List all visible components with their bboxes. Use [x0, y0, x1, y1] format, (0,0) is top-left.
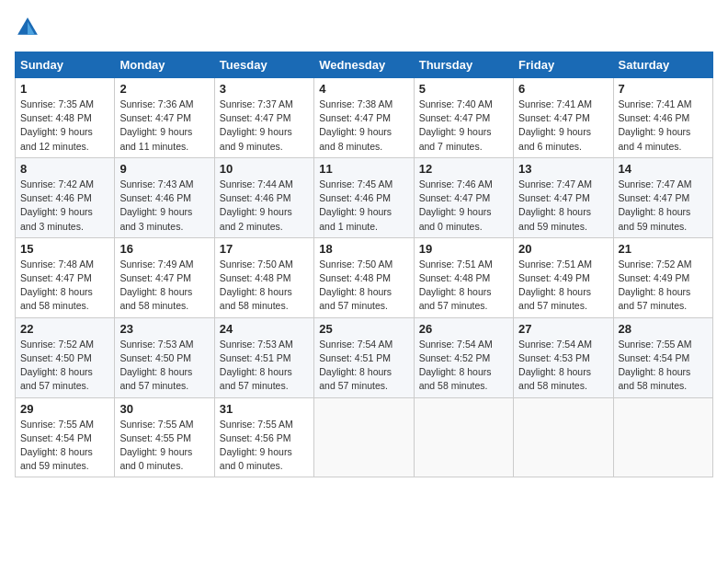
- day-info: Sunrise: 7:53 AM Sunset: 4:50 PM Dayligh…: [119, 338, 209, 394]
- week-row-3: 15Sunrise: 7:48 AM Sunset: 4:47 PM Dayli…: [16, 237, 713, 317]
- day-info: Sunrise: 7:40 AM Sunset: 4:47 PM Dayligh…: [419, 98, 508, 154]
- day-number: 17: [220, 242, 309, 256]
- calendar-cell: 24Sunrise: 7:53 AM Sunset: 4:51 PM Dayli…: [214, 317, 313, 397]
- day-info: Sunrise: 7:46 AM Sunset: 4:47 PM Dayligh…: [419, 178, 508, 234]
- day-info: Sunrise: 7:49 AM Sunset: 4:47 PM Dayligh…: [119, 258, 209, 314]
- day-number: 1: [20, 82, 109, 96]
- calendar-cell: 14Sunrise: 7:47 AM Sunset: 4:47 PM Dayli…: [613, 157, 712, 237]
- day-info: Sunrise: 7:48 AM Sunset: 4:47 PM Dayligh…: [20, 258, 109, 314]
- day-number: 5: [419, 82, 508, 96]
- calendar-cell: 23Sunrise: 7:53 AM Sunset: 4:50 PM Dayli…: [115, 317, 214, 397]
- calendar-table: SundayMondayTuesdayWednesdayThursdayFrid…: [15, 52, 713, 477]
- days-of-week-header: SundayMondayTuesdayWednesdayThursdayFrid…: [16, 52, 713, 78]
- dow-tuesday: Tuesday: [214, 52, 313, 78]
- day-info: Sunrise: 7:44 AM Sunset: 4:46 PM Dayligh…: [220, 178, 309, 234]
- calendar-cell: [613, 397, 712, 477]
- day-info: Sunrise: 7:55 AM Sunset: 4:56 PM Dayligh…: [220, 418, 309, 474]
- day-info: Sunrise: 7:54 AM Sunset: 4:52 PM Dayligh…: [419, 338, 508, 394]
- calendar-cell: 18Sunrise: 7:50 AM Sunset: 4:48 PM Dayli…: [314, 237, 414, 317]
- day-info: Sunrise: 7:52 AM Sunset: 4:49 PM Dayligh…: [619, 258, 708, 314]
- calendar-cell: [414, 397, 513, 477]
- calendar-cell: 28Sunrise: 7:55 AM Sunset: 4:54 PM Dayli…: [613, 317, 712, 397]
- calendar-cell: 6Sunrise: 7:41 AM Sunset: 4:47 PM Daylig…: [514, 78, 613, 158]
- day-number: 11: [319, 162, 408, 176]
- calendar-cell: [514, 397, 613, 477]
- week-row-4: 22Sunrise: 7:52 AM Sunset: 4:50 PM Dayli…: [16, 317, 713, 397]
- day-number: 10: [220, 162, 309, 176]
- day-number: 4: [319, 82, 408, 96]
- week-row-1: 1Sunrise: 7:35 AM Sunset: 4:48 PM Daylig…: [16, 78, 713, 158]
- day-info: Sunrise: 7:41 AM Sunset: 4:46 PM Dayligh…: [619, 98, 708, 154]
- calendar-cell: 9Sunrise: 7:43 AM Sunset: 4:46 PM Daylig…: [115, 157, 214, 237]
- calendar-cell: 11Sunrise: 7:45 AM Sunset: 4:46 PM Dayli…: [314, 157, 414, 237]
- day-number: 29: [20, 402, 109, 416]
- day-number: 21: [619, 242, 708, 256]
- logo: [15, 15, 44, 40]
- day-number: 14: [619, 162, 708, 176]
- calendar-cell: 27Sunrise: 7:54 AM Sunset: 4:53 PM Dayli…: [514, 317, 613, 397]
- day-info: Sunrise: 7:50 AM Sunset: 4:48 PM Dayligh…: [220, 258, 309, 314]
- calendar-cell: 29Sunrise: 7:55 AM Sunset: 4:54 PM Dayli…: [16, 397, 115, 477]
- calendar-cell: 20Sunrise: 7:51 AM Sunset: 4:49 PM Dayli…: [514, 237, 613, 317]
- calendar-cell: 17Sunrise: 7:50 AM Sunset: 4:48 PM Dayli…: [214, 237, 313, 317]
- calendar-cell: 3Sunrise: 7:37 AM Sunset: 4:47 PM Daylig…: [214, 78, 313, 158]
- day-number: 22: [20, 322, 109, 336]
- day-info: Sunrise: 7:51 AM Sunset: 4:48 PM Dayligh…: [419, 258, 508, 314]
- day-number: 24: [220, 322, 309, 336]
- calendar-cell: 1Sunrise: 7:35 AM Sunset: 4:48 PM Daylig…: [16, 78, 115, 158]
- day-number: 31: [220, 402, 309, 416]
- dow-monday: Monday: [115, 52, 214, 78]
- calendar-cell: 22Sunrise: 7:52 AM Sunset: 4:50 PM Dayli…: [16, 317, 115, 397]
- day-info: Sunrise: 7:53 AM Sunset: 4:51 PM Dayligh…: [220, 338, 309, 394]
- day-info: Sunrise: 7:50 AM Sunset: 4:48 PM Dayligh…: [319, 258, 408, 314]
- day-number: 15: [20, 242, 109, 256]
- day-info: Sunrise: 7:41 AM Sunset: 4:47 PM Dayligh…: [518, 98, 608, 154]
- calendar-cell: 5Sunrise: 7:40 AM Sunset: 4:47 PM Daylig…: [414, 78, 513, 158]
- calendar-body: 1Sunrise: 7:35 AM Sunset: 4:48 PM Daylig…: [16, 78, 713, 477]
- day-info: Sunrise: 7:35 AM Sunset: 4:48 PM Dayligh…: [20, 98, 109, 154]
- calendar-cell: [314, 397, 414, 477]
- day-number: 16: [119, 242, 209, 256]
- week-row-2: 8Sunrise: 7:42 AM Sunset: 4:46 PM Daylig…: [16, 157, 713, 237]
- day-number: 2: [119, 82, 209, 96]
- day-info: Sunrise: 7:54 AM Sunset: 4:51 PM Dayligh…: [319, 338, 408, 394]
- day-info: Sunrise: 7:55 AM Sunset: 4:54 PM Dayligh…: [20, 418, 109, 474]
- calendar-cell: 30Sunrise: 7:55 AM Sunset: 4:55 PM Dayli…: [115, 397, 214, 477]
- calendar-cell: 10Sunrise: 7:44 AM Sunset: 4:46 PM Dayli…: [214, 157, 313, 237]
- day-info: Sunrise: 7:38 AM Sunset: 4:47 PM Dayligh…: [319, 98, 408, 154]
- day-number: 12: [419, 162, 508, 176]
- calendar-cell: 8Sunrise: 7:42 AM Sunset: 4:46 PM Daylig…: [16, 157, 115, 237]
- day-number: 20: [518, 242, 608, 256]
- dow-friday: Friday: [514, 52, 613, 78]
- dow-thursday: Thursday: [414, 52, 513, 78]
- logo-icon: [15, 15, 40, 40]
- day-info: Sunrise: 7:47 AM Sunset: 4:47 PM Dayligh…: [518, 178, 608, 234]
- day-info: Sunrise: 7:36 AM Sunset: 4:47 PM Dayligh…: [119, 98, 209, 154]
- day-number: 18: [319, 242, 408, 256]
- day-number: 9: [119, 162, 209, 176]
- calendar-cell: 25Sunrise: 7:54 AM Sunset: 4:51 PM Dayli…: [314, 317, 414, 397]
- day-info: Sunrise: 7:45 AM Sunset: 4:46 PM Dayligh…: [319, 178, 408, 234]
- day-info: Sunrise: 7:43 AM Sunset: 4:46 PM Dayligh…: [119, 178, 209, 234]
- page-header: [15, 15, 713, 40]
- calendar-cell: 2Sunrise: 7:36 AM Sunset: 4:47 PM Daylig…: [115, 78, 214, 158]
- day-info: Sunrise: 7:54 AM Sunset: 4:53 PM Dayligh…: [518, 338, 608, 394]
- day-info: Sunrise: 7:55 AM Sunset: 4:54 PM Dayligh…: [619, 338, 708, 394]
- day-number: 27: [518, 322, 608, 336]
- day-info: Sunrise: 7:52 AM Sunset: 4:50 PM Dayligh…: [20, 338, 109, 394]
- day-info: Sunrise: 7:47 AM Sunset: 4:47 PM Dayligh…: [619, 178, 708, 234]
- day-number: 8: [20, 162, 109, 176]
- calendar-cell: 21Sunrise: 7:52 AM Sunset: 4:49 PM Dayli…: [613, 237, 712, 317]
- calendar-cell: 31Sunrise: 7:55 AM Sunset: 4:56 PM Dayli…: [214, 397, 313, 477]
- calendar-cell: 16Sunrise: 7:49 AM Sunset: 4:47 PM Dayli…: [115, 237, 214, 317]
- calendar-cell: 7Sunrise: 7:41 AM Sunset: 4:46 PM Daylig…: [613, 78, 712, 158]
- dow-wednesday: Wednesday: [314, 52, 414, 78]
- day-number: 6: [518, 82, 608, 96]
- day-number: 26: [419, 322, 508, 336]
- calendar-cell: 26Sunrise: 7:54 AM Sunset: 4:52 PM Dayli…: [414, 317, 513, 397]
- day-info: Sunrise: 7:55 AM Sunset: 4:55 PM Dayligh…: [119, 418, 209, 474]
- week-row-5: 29Sunrise: 7:55 AM Sunset: 4:54 PM Dayli…: [16, 397, 713, 477]
- calendar-cell: 15Sunrise: 7:48 AM Sunset: 4:47 PM Dayli…: [16, 237, 115, 317]
- day-number: 23: [119, 322, 209, 336]
- day-info: Sunrise: 7:42 AM Sunset: 4:46 PM Dayligh…: [20, 178, 109, 234]
